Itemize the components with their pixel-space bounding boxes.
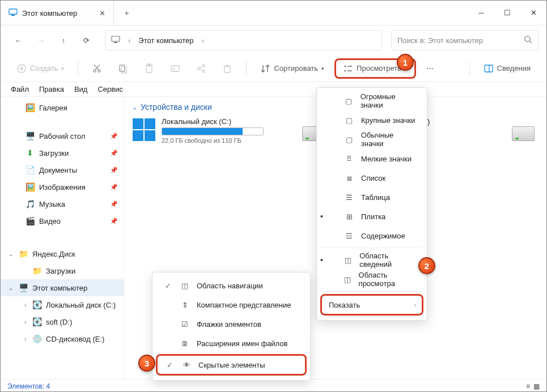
- menu-edit[interactable]: Правка: [39, 85, 64, 93]
- video-icon: 🎬: [26, 216, 35, 225]
- expand-icon[interactable]: ›: [24, 302, 26, 308]
- forward-button[interactable]: →: [31, 31, 50, 50]
- svg-rect-13: [120, 65, 125, 71]
- menu-list[interactable]: ≣Список: [317, 168, 427, 188]
- pane-icon: ◫: [343, 275, 352, 284]
- chevron-down-icon: ▾: [321, 66, 324, 71]
- svg-point-31: [345, 70, 346, 71]
- address-bar[interactable]: › Этот компьютер ›: [105, 30, 382, 50]
- sidebar-drive-e[interactable]: ›💿CD-дисковод (E:): [1, 330, 124, 347]
- device-sub: 22,0 ГБ свободно из 110 ГБ: [162, 137, 279, 144]
- svg-point-9: [94, 69, 96, 71]
- sidebar-drive-c[interactable]: ›💽Локальный диск (C:): [1, 296, 124, 313]
- submenu-extensions[interactable]: 🗎Расширения имен файлов: [152, 334, 310, 353]
- tiles-view-icon[interactable]: ▦: [533, 382, 540, 390]
- submenu-compact[interactable]: ⇕Компактное представление: [152, 295, 310, 314]
- menu-small-icons[interactable]: ⠿Мелкие значки: [317, 149, 427, 168]
- desktop-icon: 🖥️: [26, 131, 35, 140]
- chevron-right-icon: ›: [128, 36, 130, 45]
- sidebar-desktop[interactable]: 🖥️Рабочий стол📌: [1, 127, 124, 144]
- maximize-button[interactable]: ☐: [494, 1, 520, 25]
- new-tab-button[interactable]: ＋: [114, 1, 139, 25]
- search-placeholder: Поиск в: Этот компьютер: [397, 36, 519, 45]
- sidebar-yandex-downloads[interactable]: 📁Загрузки: [1, 262, 124, 279]
- square-icon: ▢: [344, 135, 354, 144]
- svg-point-19: [198, 67, 200, 70]
- back-button[interactable]: ←: [9, 31, 28, 50]
- collapse-icon[interactable]: ⌄: [9, 251, 13, 257]
- rename-button[interactable]: A: [164, 60, 186, 77]
- delete-button[interactable]: [217, 60, 238, 77]
- menu-details-pane[interactable]: ◫Область сведений: [317, 250, 427, 270]
- paste-button[interactable]: [138, 60, 160, 77]
- cut-button[interactable]: [86, 60, 108, 77]
- menu-show[interactable]: Показать›: [320, 294, 423, 316]
- minimize-button[interactable]: ─: [468, 1, 494, 25]
- submenu-hidden-items[interactable]: ✓👁Скрытые элементы: [156, 354, 307, 376]
- collapse-icon[interactable]: ⌄: [9, 285, 13, 291]
- menu-file[interactable]: Файл: [11, 85, 29, 93]
- collapse-icon[interactable]: ⌄: [132, 104, 137, 111]
- menu-tiles[interactable]: ⊞Плитка: [317, 207, 427, 226]
- copy-button[interactable]: [112, 60, 134, 77]
- close-tab-icon[interactable]: ✕: [99, 9, 105, 18]
- expand-icon[interactable]: ›: [24, 319, 26, 325]
- capacity-bar: [162, 127, 264, 135]
- svg-rect-15: [146, 65, 152, 73]
- more-button[interactable]: ⋯: [421, 61, 439, 76]
- expand-icon[interactable]: ›: [24, 336, 26, 342]
- breadcrumb-this-pc[interactable]: Этот компьютер: [138, 36, 193, 45]
- sidebar-downloads[interactable]: ⬇Загрузки📌: [1, 144, 124, 161]
- svg-line-23: [200, 69, 202, 71]
- search-box[interactable]: Поиск в: Этот компьютер: [391, 30, 538, 50]
- pin-icon: 📌: [110, 184, 118, 191]
- pin-icon: 📌: [110, 218, 118, 225]
- check-icon: ✓: [164, 361, 175, 369]
- submenu-nav-pane[interactable]: ✓◫Область навигации: [152, 276, 310, 295]
- close-window-button[interactable]: ✕: [520, 1, 546, 25]
- content-icon: ☲: [344, 232, 354, 240]
- details-view-icon[interactable]: ≡: [526, 382, 530, 390]
- share-button[interactable]: [190, 60, 212, 77]
- submenu-checkboxes[interactable]: ☑Флажки элементов: [152, 314, 310, 334]
- device-partial-2[interactable]: [512, 117, 529, 144]
- menu-view[interactable]: Вид: [74, 85, 88, 93]
- title-bar: Этот компьютер ✕ ＋ ─ ☐ ✕: [1, 1, 546, 25]
- sidebar-yandex[interactable]: ⌄📁Яндекс.Диск: [1, 245, 124, 262]
- drive-icon: 💽: [32, 300, 41, 309]
- pictures-icon: 🖼️: [26, 182, 35, 191]
- menu-preview-pane[interactable]: ◫Область просмотра: [317, 270, 427, 289]
- menu-content[interactable]: ☲Содержимое: [317, 226, 427, 245]
- svg-rect-24: [224, 66, 230, 73]
- sidebar-this-pc[interactable]: ⌄🖥️Этот компьютер: [1, 279, 124, 296]
- sidebar-drive-d[interactable]: ›💽soft (D:): [1, 313, 124, 330]
- create-button[interactable]: Создать ▾: [11, 60, 70, 77]
- svg-rect-0: [9, 9, 17, 14]
- annotation-badge-2: 2: [418, 257, 435, 274]
- svg-point-4: [525, 36, 530, 41]
- create-label: Создать: [30, 64, 58, 73]
- device-drive-c[interactable]: Локальный диск (C:) 22,0 ГБ свободно из …: [132, 117, 279, 144]
- up-button[interactable]: ↑: [54, 31, 73, 50]
- tab-this-pc[interactable]: Этот компьютер ✕: [1, 1, 114, 25]
- table-icon: ☰: [344, 193, 354, 202]
- checkbox-icon: ☑: [180, 320, 190, 329]
- menu-table[interactable]: ☰Таблица: [317, 188, 427, 207]
- menu-medium-icons[interactable]: ▢Обычные значки: [317, 130, 427, 149]
- monitor-icon: [111, 35, 120, 46]
- sidebar-pictures[interactable]: 🖼️Изображения📌: [1, 178, 124, 195]
- sidebar-music[interactable]: 🎵Музыка📌: [1, 195, 124, 212]
- sort-button[interactable]: Сортировать ▾: [255, 60, 330, 77]
- sidebar-videos[interactable]: 🎬Видео📌: [1, 212, 124, 229]
- list-icon: ≣: [344, 174, 354, 182]
- details-pane-button[interactable]: Сведения: [478, 60, 536, 77]
- svg-rect-14: [121, 67, 126, 73]
- menu-large-icons[interactable]: ▢Крупные значки: [317, 110, 427, 130]
- sidebar-documents[interactable]: 📄Документы📌: [1, 161, 124, 178]
- refresh-button[interactable]: ⟳: [77, 31, 96, 50]
- sidebar-gallery[interactable]: 🖼️Галерея: [1, 99, 124, 116]
- device-name: Локальный диск (C:): [162, 117, 279, 126]
- menu-huge-icons[interactable]: ▢Огромные значки: [317, 91, 427, 110]
- menu-tools[interactable]: Сервис: [97, 85, 123, 93]
- svg-rect-33: [485, 65, 493, 72]
